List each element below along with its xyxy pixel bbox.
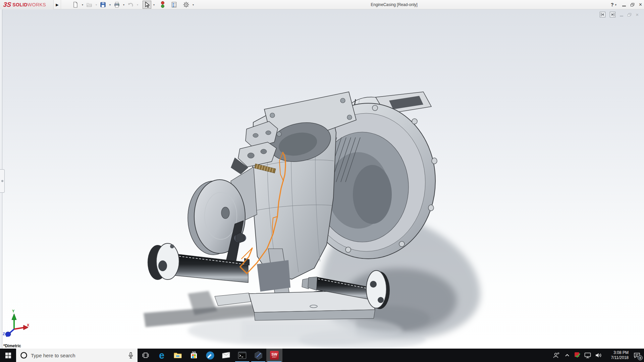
file-properties-button[interactable] (170, 1, 178, 9)
taskbar-app-hexagon[interactable] (250, 349, 266, 362)
notification-badge: 3 (638, 355, 643, 360)
cortana-icon (20, 352, 28, 359)
open-icon (86, 1, 93, 8)
wrench-circle-icon (206, 351, 215, 360)
taskbar-app-solidworks[interactable]: SW 2017 (266, 349, 282, 362)
close-button[interactable]: × (639, 2, 642, 7)
select-dropdown-caret[interactable]: ▾ (152, 3, 156, 6)
new-dropdown-caret[interactable]: ▾ (81, 3, 84, 6)
people-button[interactable] (550, 349, 562, 362)
mail-icon (222, 351, 230, 359)
document-minimize-button (620, 16, 623, 16)
new-document-button[interactable] (71, 1, 80, 9)
clock-date: 7/11/2018 (611, 355, 629, 360)
undo-dropdown-caret: ▾ (136, 3, 139, 6)
print-button[interactable] (112, 1, 121, 9)
file-explorer-icon (173, 351, 182, 360)
brand-3s-glyph: 3S (3, 1, 12, 8)
windows-taskbar: e (0, 349, 644, 362)
edge-icon: e (159, 351, 164, 360)
pane-left-icon (600, 12, 605, 17)
new-document-icon (72, 1, 79, 8)
undo-button (126, 1, 135, 9)
taskbar-app-mail[interactable] (218, 349, 234, 362)
restore-button[interactable] (631, 3, 634, 6)
file-properties-icon (171, 1, 177, 8)
volume-tray-button[interactable] (593, 349, 604, 362)
engine-casing-model[interactable] (0, 9, 644, 349)
graphics-viewport[interactable]: × Y X Z *Dimetric (0, 9, 644, 349)
network-tray-button[interactable] (582, 349, 593, 362)
view-orientation-label: *Dimetric (3, 344, 21, 348)
taskbar-app-edge[interactable]: e (154, 349, 170, 362)
chevron-up-icon (565, 353, 570, 358)
save-button[interactable] (99, 1, 107, 9)
hidden-icons-chevron-button[interactable] (562, 349, 572, 362)
save-icon (100, 1, 106, 8)
taskbar-app-support-tool[interactable] (202, 349, 218, 362)
pane-right-icon (610, 12, 615, 17)
solidworks-check-icon (574, 352, 581, 359)
speaker-icon (595, 352, 602, 359)
axis-z-label: Z (3, 332, 5, 336)
pane-right-button[interactable] (610, 12, 615, 17)
solidworks-logo: 3S SOLID WORKS (0, 0, 54, 9)
taskbar-app-command-prompt[interactable] (234, 349, 250, 362)
task-view-icon (142, 352, 149, 359)
title-bar: 3S SOLID WORKS ▶ ▾ ▾ ▾ (0, 0, 644, 9)
microphone-icon[interactable] (127, 352, 134, 359)
task-view-button[interactable] (138, 349, 154, 362)
feature-manager-collapse-tab[interactable] (0, 169, 5, 193)
axis-y-label: Y (12, 309, 14, 313)
doc-restore-front-square (628, 14, 630, 16)
clock-time: 3:08 PM (613, 350, 629, 355)
document-close-button: × (636, 13, 639, 17)
splitter-dot (1, 180, 3, 182)
hexagon-app-icon (254, 351, 263, 360)
people-icon (552, 352, 560, 359)
axis-x-label: X (27, 323, 29, 327)
window-controls: ? ▾ × (611, 0, 642, 9)
taskbar-app-file-explorer[interactable] (170, 349, 186, 362)
help-button[interactable]: ? ▾ (611, 2, 618, 7)
open-dropdown-caret: ▾ (95, 3, 98, 6)
undo-icon (127, 1, 134, 8)
command-prompt-icon (238, 351, 247, 359)
taskbar-app-store[interactable] (186, 349, 202, 362)
network-icon (584, 352, 591, 359)
solidworks-app-icon: SW 2017 (270, 351, 279, 360)
print-icon (113, 1, 120, 8)
windows-logo-icon (5, 353, 11, 358)
solidworks-monitor-tray-button[interactable] (572, 349, 582, 362)
document-window-controls: × (600, 12, 639, 17)
open-button (85, 1, 94, 9)
print-dropdown-caret[interactable]: ▾ (122, 3, 125, 6)
menu-expand-button[interactable]: ▶ (54, 0, 61, 9)
quick-access-toolbar: ▾ ▾ ▾ ▾ (71, 0, 195, 9)
minimize-button[interactable] (622, 6, 626, 6)
microsoft-store-icon (190, 351, 198, 360)
search-input[interactable] (31, 353, 124, 358)
taskbar-search-box[interactable] (16, 349, 138, 362)
restore-front-square (631, 4, 633, 6)
start-button[interactable] (0, 349, 16, 362)
select-cursor-icon (144, 1, 150, 8)
help-dropdown-caret[interactable]: ▾ (614, 3, 618, 6)
system-tray: 3:08 PM 7/11/2018 3 (550, 349, 644, 362)
select-tool-button[interactable] (143, 1, 151, 9)
rebuild-traffic-light-icon (160, 1, 165, 8)
window-title: EngineCasing [Read-only] (188, 0, 600, 9)
save-dropdown-caret[interactable]: ▾ (108, 3, 112, 6)
orientation-triad: Y X Z (3, 310, 32, 339)
pane-left-button[interactable] (600, 12, 605, 17)
rebuild-button[interactable] (159, 1, 166, 9)
taskbar-clock[interactable]: 3:08 PM 7/11/2018 (604, 350, 630, 360)
action-center-button[interactable]: 3 (630, 349, 644, 362)
document-restore-button (628, 13, 631, 16)
